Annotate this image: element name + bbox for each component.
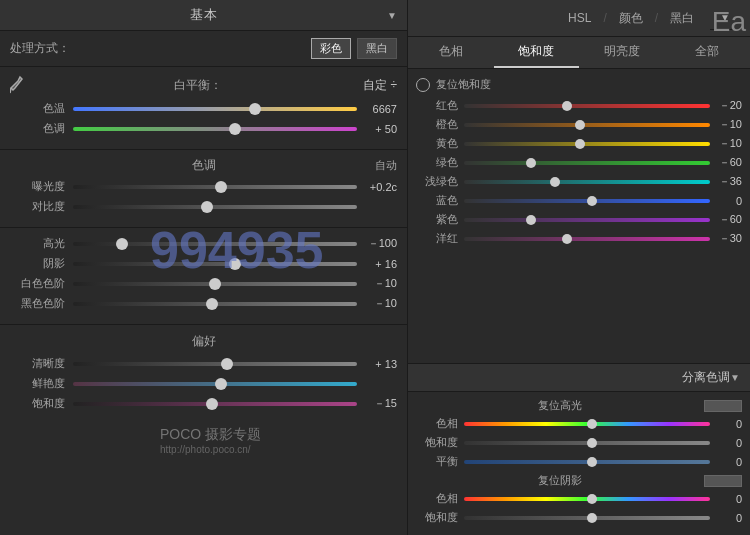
highlight-swatch (704, 400, 742, 412)
white-level-label: 白色色阶 (10, 276, 65, 291)
color-temp-row: 色温 6667 (10, 101, 397, 116)
tab-saturation[interactable]: 饱和度 (494, 37, 580, 68)
shadow-saturation-value: 0 (710, 512, 742, 524)
hsl-yellow-slider[interactable] (464, 138, 710, 150)
hsl-row-green: 绿色 －60 (416, 155, 742, 170)
hsl-row-blue: 蓝色 0 (416, 193, 742, 208)
hsl-purple-slider[interactable] (464, 214, 710, 226)
hsl-blue-label: 蓝色 (416, 193, 458, 208)
split-saturation-slider[interactable] (464, 437, 710, 449)
split-saturation-label: 饱和度 (416, 435, 458, 450)
color-title[interactable]: 颜色 (615, 10, 647, 27)
hsl-magenta-slider[interactable] (464, 233, 710, 245)
basic-title: 基本 (190, 6, 218, 24)
saturation-left-value: －15 (357, 396, 397, 411)
hsl-green-slider[interactable] (464, 157, 710, 169)
balance-label: 平衡 (416, 454, 458, 469)
hsl-aqua-value: －36 (710, 174, 742, 189)
hsl-magenta-label: 洋红 (416, 231, 458, 246)
sep2: / (655, 11, 658, 25)
bw-mode-button[interactable]: 黑白 (357, 38, 397, 59)
balance-slider[interactable] (464, 456, 710, 468)
tone-auto-button[interactable]: 自动 (375, 158, 397, 173)
hsl-row-magenta: 洋红 －30 (416, 231, 742, 246)
left-panel: 基本 ▼ 处理方式： 彩色 黑白 白平衡： 自定 ÷ 色温 (0, 0, 408, 535)
processing-row: 处理方式： 彩色 黑白 (0, 31, 407, 67)
basic-section-header[interactable]: 基本 ▼ (0, 0, 407, 31)
pref-header: 偏好 (10, 333, 397, 350)
split-hue-row: 色相 0 (416, 416, 742, 431)
saturation-left-slider[interactable] (73, 397, 357, 411)
saturation-left-label: 饱和度 (10, 396, 65, 411)
top-right-label: Ea (712, 6, 746, 38)
tone-section: 色调 自动 曝光度 +0.2c 对比度 (0, 150, 407, 228)
white-level-slider[interactable] (73, 277, 357, 291)
split-saturation-row: 饱和度 0 (416, 435, 742, 450)
right-panel: HSL / 颜色 / 黑白 ▼ 色相 饱和度 明亮度 全部 复位饱和度 红色 (408, 0, 750, 535)
tabs-row: 色相 饱和度 明亮度 全部 (408, 37, 750, 69)
contrast-row: 对比度 (10, 199, 397, 214)
bw-title[interactable]: 黑白 (666, 10, 698, 27)
hsl-aqua-slider[interactable] (464, 176, 710, 188)
hsl-orange-label: 橙色 (416, 117, 458, 132)
split-toning-header: 分离色调 ▼ (408, 363, 750, 392)
shadow-reset-label: 复位阴影 (416, 473, 704, 488)
hsl-red-slider[interactable] (464, 100, 710, 112)
tab-all[interactable]: 全部 (665, 37, 751, 68)
color-mode-button[interactable]: 彩色 (311, 38, 351, 59)
color-temp-slider[interactable] (73, 102, 357, 116)
eyedropper-icon (10, 75, 24, 95)
hsl-green-value: －60 (710, 155, 742, 170)
wb-label: 白平衡： (32, 77, 363, 94)
hsl-row-red: 红色 －20 (416, 98, 742, 113)
wb-value: 自定 ÷ (363, 77, 397, 94)
shadow-label: 阴影 (10, 256, 65, 271)
exposure-row: 曝光度 +0.2c (10, 179, 397, 194)
exposure-slider[interactable] (73, 180, 357, 194)
hsl-yellow-label: 黄色 (416, 136, 458, 151)
shadow-hue-slider[interactable] (464, 493, 710, 505)
black-level-value: －10 (357, 296, 397, 311)
tint-value: + 50 (357, 123, 397, 135)
hsl-section-header: HSL / 颜色 / 黑白 ▼ (408, 0, 750, 37)
black-level-slider[interactable] (73, 297, 357, 311)
tint-slider[interactable] (73, 122, 357, 136)
tab-luminance[interactable]: 明亮度 (579, 37, 665, 68)
balance-value: 0 (710, 456, 742, 468)
tint-label: 色调 (10, 121, 65, 136)
hsl-row-orange: 橙色 －10 (416, 117, 742, 132)
contrast-label: 对比度 (10, 199, 65, 214)
hsl-blue-slider[interactable] (464, 195, 710, 207)
white-level-value: －10 (357, 276, 397, 291)
hsl-blue-value: 0 (710, 195, 742, 207)
hsl-title[interactable]: HSL (564, 11, 595, 25)
vibrance-label: 鲜艳度 (10, 376, 65, 391)
hsl-orange-slider[interactable] (464, 119, 710, 131)
hsl-purple-label: 紫色 (416, 212, 458, 227)
clarity-slider[interactable] (73, 357, 357, 371)
exposure-value: +0.2c (357, 181, 397, 193)
split-hue-slider[interactable] (464, 418, 710, 430)
hsl-aqua-label: 浅绿色 (416, 174, 458, 189)
highlight-value: －100 (357, 236, 397, 251)
clarity-label: 清晰度 (10, 356, 65, 371)
vibrance-slider[interactable] (73, 377, 357, 391)
split-hue-label: 色相 (416, 416, 458, 431)
hsl-row-aqua: 浅绿色 －36 (416, 174, 742, 189)
split-toning-arrow: ▼ (730, 372, 740, 383)
tab-hue[interactable]: 色相 (408, 37, 494, 68)
white-balance-section: 白平衡： 自定 ÷ 色温 6667 色调 + 50 (0, 67, 407, 150)
processing-label: 处理方式： (10, 40, 70, 57)
contrast-slider[interactable] (73, 200, 357, 214)
shadow-hue-label: 色相 (416, 491, 458, 506)
svg-line-0 (10, 88, 11, 93)
hsl-row-yellow: 黄色 －10 (416, 136, 742, 151)
shadow-saturation-slider[interactable] (464, 512, 710, 524)
basic-arrow: ▼ (387, 10, 397, 21)
highlight-slider[interactable] (73, 237, 357, 251)
shadow-slider[interactable] (73, 257, 357, 271)
color-temp-value: 6667 (357, 103, 397, 115)
shadow-hue-value: 0 (710, 493, 742, 505)
hsl-row-purple: 紫色 －60 (416, 212, 742, 227)
split-toning-title: 分离色调 (682, 369, 730, 386)
